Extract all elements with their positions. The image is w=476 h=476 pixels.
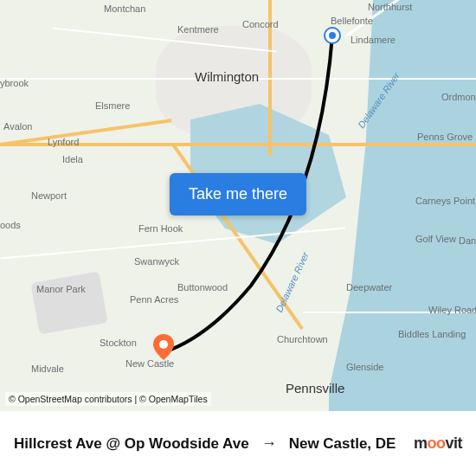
arrow-right-icon: → <box>261 434 277 453</box>
road <box>0 78 476 80</box>
logo-part: m <box>414 434 428 452</box>
origin-text: Hillcrest Ave @ Op Woodside Ave <box>14 435 249 453</box>
origin-marker[interactable] <box>325 29 339 42</box>
destination-text: New Castle, DE <box>289 435 396 453</box>
marsh <box>372 372 459 407</box>
logo-part: vit <box>445 434 462 452</box>
svg-point-0 <box>159 340 168 349</box>
map-attribution: © OpenStreetMap contributors | © OpenMap… <box>5 392 211 406</box>
road <box>303 312 476 313</box>
highway <box>0 143 476 146</box>
logo-part: oo <box>427 434 445 452</box>
destination-pin[interactable] <box>153 334 174 355</box>
route-summary: Hillcrest Ave @ Op Woodside Ave → New Ca… <box>14 434 396 453</box>
footer-bar: Hillcrest Ave @ Op Woodside Ave → New Ca… <box>0 411 476 476</box>
take-me-there-button[interactable]: Take me there <box>170 173 306 215</box>
map[interactable]: Wilmington Montchan Kentmere Concord Bel… <box>0 0 476 411</box>
moovit-logo: moovit <box>414 434 462 453</box>
map-pin-icon <box>153 334 174 360</box>
